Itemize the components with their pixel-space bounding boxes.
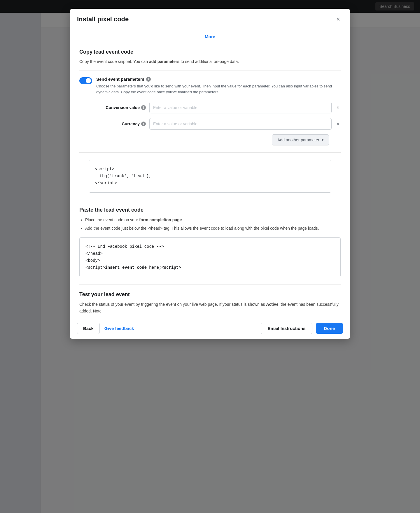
nav-more-area: More (70, 30, 350, 42)
back-button[interactable]: Back (77, 323, 100, 334)
code-line-1: <script> (95, 166, 325, 173)
email-instructions-button[interactable]: Email Instructions (261, 323, 312, 334)
paste-lead-section: Paste the lead event code Place the even… (70, 200, 350, 284)
test-desc-before: Check the status of your event by trigge… (79, 302, 266, 307)
code-line-2: fbq('track', 'Lead'); (95, 173, 325, 180)
code2-bold: insert_event_code_here;<script> (105, 265, 181, 270)
toggle-content: Send event parameters i Choose the param… (96, 77, 341, 95)
copy-lead-section: Copy lead event code Copy the event code… (70, 42, 350, 152)
toggle-row: Send event parameters i Choose the param… (79, 77, 341, 95)
bullet-2: Add the event code just below the </head… (85, 225, 341, 231)
modal-overlay: Install pixel code × More Copy lead even… (0, 0, 420, 513)
code2-line-4: <script>insert_event_code_here;<script> (85, 264, 335, 271)
param-label-conversion-text: Conversion value (106, 105, 140, 110)
code-box-1: <script> fbq('track', 'Lead'); </script> (89, 160, 331, 193)
test-lead-section: Test your lead event Check the status of… (70, 284, 350, 318)
paste-lead-title: Paste the lead event code (79, 207, 341, 213)
bullet-1-bold: form completion page (139, 217, 182, 222)
modal-body[interactable]: More Copy lead event code Copy the event… (70, 30, 350, 318)
toggle-slider (79, 77, 92, 84)
add-param-button[interactable]: Add another parameter ▾ (272, 134, 329, 145)
modal-title: Install pixel code (77, 15, 129, 23)
code-snippet-section: <script> fbq('track', 'Lead'); </script> (70, 153, 350, 200)
toggle-label-text: Send event parameters (96, 77, 144, 82)
param-info-icon-conversion[interactable]: i (141, 105, 146, 110)
param-input-currency[interactable] (149, 118, 332, 130)
param-label-currency-text: Currency (122, 122, 140, 126)
paste-bullets: Place the event code on your form comple… (79, 217, 341, 231)
code-box-2: <!-- End Facebook pixel code --> </head>… (79, 237, 341, 277)
toggle-desc: Choose the parameters that you'd like to… (96, 83, 341, 95)
test-lead-desc: Check the status of your event by trigge… (79, 301, 341, 314)
bullet-1: Place the event code on your form comple… (85, 217, 341, 223)
code2-line-1: <!-- End Facebook pixel code --> (85, 243, 335, 250)
close-button[interactable]: × (334, 15, 343, 24)
add-param-label: Add another parameter (277, 138, 319, 142)
param-input-conversion[interactable] (149, 102, 332, 113)
test-lead-title: Test your lead event (79, 291, 341, 298)
code2-line-3: <body> (85, 257, 335, 264)
param-label-currency: Currency i (96, 122, 146, 126)
add-param-row: Add another parameter ▾ (79, 134, 341, 145)
divider-1 (79, 71, 341, 71)
code-line-3: </script> (95, 180, 325, 187)
param-clear-currency[interactable]: × (335, 120, 341, 128)
footer-left: Back Give feedback (77, 323, 134, 334)
param-row-currency: Currency i × (79, 118, 341, 130)
toggle-info-icon[interactable]: i (146, 77, 151, 82)
copy-lead-desc-after: to send additional on-page data. (179, 59, 239, 64)
modal: Install pixel code × More Copy lead even… (70, 9, 350, 339)
param-clear-conversion[interactable]: × (335, 103, 341, 112)
copy-lead-desc-bold: add parameters (149, 59, 179, 64)
modal-header: Install pixel code × (70, 9, 350, 30)
param-info-icon-currency[interactable]: i (141, 122, 146, 126)
toggle-switch[interactable] (79, 77, 92, 84)
done-button[interactable]: Done (316, 323, 343, 334)
test-desc-bold: Active (266, 302, 278, 307)
toggle-label: Send event parameters i (96, 77, 341, 82)
copy-lead-title: Copy lead event code (79, 49, 341, 55)
footer-right: Email Instructions Done (261, 323, 343, 334)
more-link[interactable]: More (205, 34, 215, 39)
code2-line-2: </head> (85, 250, 335, 257)
copy-lead-desc: Copy the event code snippet. You can add… (79, 59, 341, 65)
dropdown-arrow-icon: ▾ (322, 138, 323, 142)
param-row-conversion: Conversion value i × (79, 102, 341, 113)
copy-lead-desc-before: Copy the event code snippet. You can (79, 59, 149, 64)
modal-footer: Back Give feedback Email Instructions Do… (70, 318, 350, 339)
param-label-conversion: Conversion value i (96, 105, 146, 110)
feedback-button[interactable]: Give feedback (104, 326, 134, 331)
